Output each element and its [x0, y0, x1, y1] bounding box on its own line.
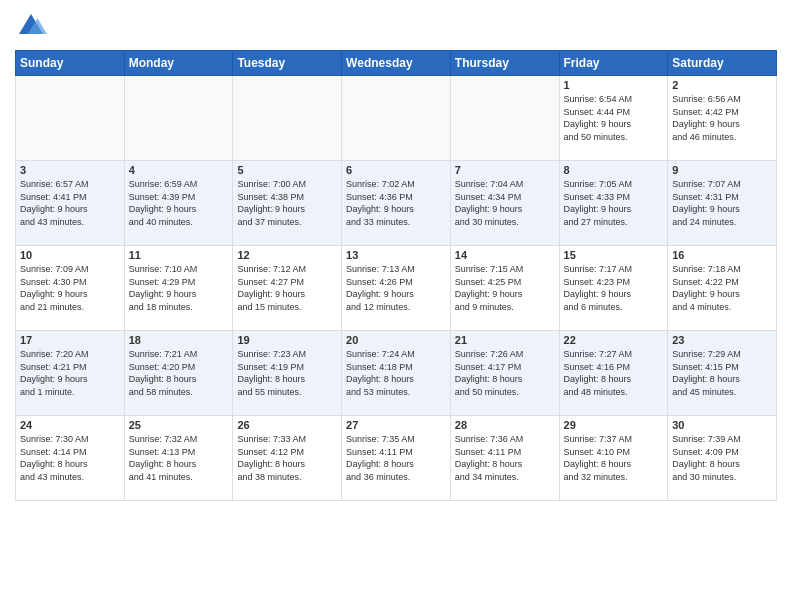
day-cell: 26Sunrise: 7:33 AM Sunset: 4:12 PM Dayli…: [233, 416, 342, 501]
day-info: Sunrise: 7:15 AM Sunset: 4:25 PM Dayligh…: [455, 263, 555, 313]
weekday-thursday: Thursday: [450, 51, 559, 76]
day-number: 12: [237, 249, 337, 261]
day-number: 16: [672, 249, 772, 261]
day-cell: 12Sunrise: 7:12 AM Sunset: 4:27 PM Dayli…: [233, 246, 342, 331]
day-info: Sunrise: 7:27 AM Sunset: 4:16 PM Dayligh…: [564, 348, 664, 398]
weekday-header-row: SundayMondayTuesdayWednesdayThursdayFrid…: [16, 51, 777, 76]
day-cell: 16Sunrise: 7:18 AM Sunset: 4:22 PM Dayli…: [668, 246, 777, 331]
day-number: 4: [129, 164, 229, 176]
day-info: Sunrise: 7:26 AM Sunset: 4:17 PM Dayligh…: [455, 348, 555, 398]
day-cell: 22Sunrise: 7:27 AM Sunset: 4:16 PM Dayli…: [559, 331, 668, 416]
day-info: Sunrise: 7:00 AM Sunset: 4:38 PM Dayligh…: [237, 178, 337, 228]
day-info: Sunrise: 7:20 AM Sunset: 4:21 PM Dayligh…: [20, 348, 120, 398]
day-info: Sunrise: 7:39 AM Sunset: 4:09 PM Dayligh…: [672, 433, 772, 483]
day-cell: 14Sunrise: 7:15 AM Sunset: 4:25 PM Dayli…: [450, 246, 559, 331]
day-info: Sunrise: 6:59 AM Sunset: 4:39 PM Dayligh…: [129, 178, 229, 228]
day-number: 30: [672, 419, 772, 431]
day-cell: 17Sunrise: 7:20 AM Sunset: 4:21 PM Dayli…: [16, 331, 125, 416]
week-row-3: 10Sunrise: 7:09 AM Sunset: 4:30 PM Dayli…: [16, 246, 777, 331]
day-cell: 6Sunrise: 7:02 AM Sunset: 4:36 PM Daylig…: [342, 161, 451, 246]
day-cell: 27Sunrise: 7:35 AM Sunset: 4:11 PM Dayli…: [342, 416, 451, 501]
day-cell: 29Sunrise: 7:37 AM Sunset: 4:10 PM Dayli…: [559, 416, 668, 501]
day-number: 25: [129, 419, 229, 431]
day-info: Sunrise: 7:33 AM Sunset: 4:12 PM Dayligh…: [237, 433, 337, 483]
day-number: 24: [20, 419, 120, 431]
day-info: Sunrise: 7:13 AM Sunset: 4:26 PM Dayligh…: [346, 263, 446, 313]
logo: [15, 10, 51, 42]
day-number: 14: [455, 249, 555, 261]
day-info: Sunrise: 7:12 AM Sunset: 4:27 PM Dayligh…: [237, 263, 337, 313]
day-info: Sunrise: 7:21 AM Sunset: 4:20 PM Dayligh…: [129, 348, 229, 398]
day-cell: 21Sunrise: 7:26 AM Sunset: 4:17 PM Dayli…: [450, 331, 559, 416]
day-info: Sunrise: 7:36 AM Sunset: 4:11 PM Dayligh…: [455, 433, 555, 483]
week-row-2: 3Sunrise: 6:57 AM Sunset: 4:41 PM Daylig…: [16, 161, 777, 246]
header: [15, 10, 777, 42]
day-cell: 18Sunrise: 7:21 AM Sunset: 4:20 PM Dayli…: [124, 331, 233, 416]
day-info: Sunrise: 7:09 AM Sunset: 4:30 PM Dayligh…: [20, 263, 120, 313]
weekday-monday: Monday: [124, 51, 233, 76]
day-info: Sunrise: 7:05 AM Sunset: 4:33 PM Dayligh…: [564, 178, 664, 228]
day-cell: [450, 76, 559, 161]
day-number: 27: [346, 419, 446, 431]
day-cell: 20Sunrise: 7:24 AM Sunset: 4:18 PM Dayli…: [342, 331, 451, 416]
weekday-friday: Friday: [559, 51, 668, 76]
weekday-saturday: Saturday: [668, 51, 777, 76]
day-number: 7: [455, 164, 555, 176]
day-cell: 10Sunrise: 7:09 AM Sunset: 4:30 PM Dayli…: [16, 246, 125, 331]
day-cell: 30Sunrise: 7:39 AM Sunset: 4:09 PM Dayli…: [668, 416, 777, 501]
day-number: 1: [564, 79, 664, 91]
day-cell: 3Sunrise: 6:57 AM Sunset: 4:41 PM Daylig…: [16, 161, 125, 246]
day-cell: 13Sunrise: 7:13 AM Sunset: 4:26 PM Dayli…: [342, 246, 451, 331]
day-number: 11: [129, 249, 229, 261]
day-info: Sunrise: 7:37 AM Sunset: 4:10 PM Dayligh…: [564, 433, 664, 483]
day-cell: 11Sunrise: 7:10 AM Sunset: 4:29 PM Dayli…: [124, 246, 233, 331]
day-cell: 2Sunrise: 6:56 AM Sunset: 4:42 PM Daylig…: [668, 76, 777, 161]
day-info: Sunrise: 7:30 AM Sunset: 4:14 PM Dayligh…: [20, 433, 120, 483]
day-info: Sunrise: 7:02 AM Sunset: 4:36 PM Dayligh…: [346, 178, 446, 228]
week-row-4: 17Sunrise: 7:20 AM Sunset: 4:21 PM Dayli…: [16, 331, 777, 416]
day-number: 2: [672, 79, 772, 91]
day-number: 13: [346, 249, 446, 261]
day-cell: 9Sunrise: 7:07 AM Sunset: 4:31 PM Daylig…: [668, 161, 777, 246]
logo-icon: [15, 10, 47, 42]
page: SundayMondayTuesdayWednesdayThursdayFrid…: [0, 0, 792, 612]
day-cell: 25Sunrise: 7:32 AM Sunset: 4:13 PM Dayli…: [124, 416, 233, 501]
day-info: Sunrise: 7:35 AM Sunset: 4:11 PM Dayligh…: [346, 433, 446, 483]
day-info: Sunrise: 6:57 AM Sunset: 4:41 PM Dayligh…: [20, 178, 120, 228]
day-info: Sunrise: 7:29 AM Sunset: 4:15 PM Dayligh…: [672, 348, 772, 398]
day-cell: [342, 76, 451, 161]
day-number: 6: [346, 164, 446, 176]
day-number: 18: [129, 334, 229, 346]
day-cell: 7Sunrise: 7:04 AM Sunset: 4:34 PM Daylig…: [450, 161, 559, 246]
day-cell: [233, 76, 342, 161]
day-number: 8: [564, 164, 664, 176]
day-info: Sunrise: 7:04 AM Sunset: 4:34 PM Dayligh…: [455, 178, 555, 228]
day-cell: 23Sunrise: 7:29 AM Sunset: 4:15 PM Dayli…: [668, 331, 777, 416]
day-info: Sunrise: 7:23 AM Sunset: 4:19 PM Dayligh…: [237, 348, 337, 398]
day-info: Sunrise: 7:07 AM Sunset: 4:31 PM Dayligh…: [672, 178, 772, 228]
day-cell: 24Sunrise: 7:30 AM Sunset: 4:14 PM Dayli…: [16, 416, 125, 501]
day-info: Sunrise: 6:54 AM Sunset: 4:44 PM Dayligh…: [564, 93, 664, 143]
day-number: 19: [237, 334, 337, 346]
day-info: Sunrise: 7:10 AM Sunset: 4:29 PM Dayligh…: [129, 263, 229, 313]
day-info: Sunrise: 7:24 AM Sunset: 4:18 PM Dayligh…: [346, 348, 446, 398]
calendar: SundayMondayTuesdayWednesdayThursdayFrid…: [15, 50, 777, 501]
day-info: Sunrise: 7:32 AM Sunset: 4:13 PM Dayligh…: [129, 433, 229, 483]
day-info: Sunrise: 6:56 AM Sunset: 4:42 PM Dayligh…: [672, 93, 772, 143]
day-number: 20: [346, 334, 446, 346]
day-number: 5: [237, 164, 337, 176]
day-number: 10: [20, 249, 120, 261]
week-row-5: 24Sunrise: 7:30 AM Sunset: 4:14 PM Dayli…: [16, 416, 777, 501]
day-cell: 5Sunrise: 7:00 AM Sunset: 4:38 PM Daylig…: [233, 161, 342, 246]
day-number: 15: [564, 249, 664, 261]
weekday-tuesday: Tuesday: [233, 51, 342, 76]
week-row-1: 1Sunrise: 6:54 AM Sunset: 4:44 PM Daylig…: [16, 76, 777, 161]
day-info: Sunrise: 7:17 AM Sunset: 4:23 PM Dayligh…: [564, 263, 664, 313]
day-number: 28: [455, 419, 555, 431]
day-number: 21: [455, 334, 555, 346]
day-number: 23: [672, 334, 772, 346]
day-number: 29: [564, 419, 664, 431]
day-number: 9: [672, 164, 772, 176]
day-cell: 8Sunrise: 7:05 AM Sunset: 4:33 PM Daylig…: [559, 161, 668, 246]
weekday-wednesday: Wednesday: [342, 51, 451, 76]
